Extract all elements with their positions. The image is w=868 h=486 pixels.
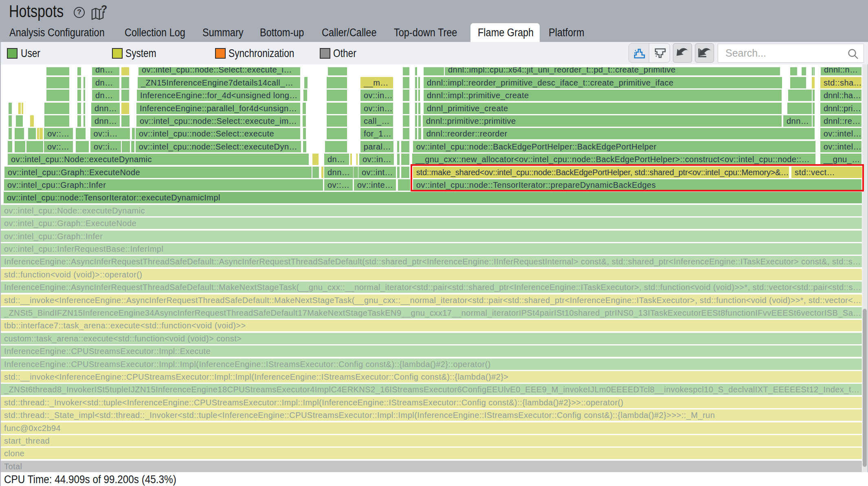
flame-bar[interactable]: dnnl::reorder::reorder (423, 128, 815, 139)
flame-bar[interactable]: ov::in… (359, 154, 394, 165)
tab-bottom-up[interactable]: Bottom-up (260, 24, 304, 42)
flame-bar[interactable] (122, 141, 130, 152)
flame-bar[interactable] (121, 115, 130, 127)
flame-bar[interactable]: dnnl::impl::cpu::x64::jit_uni_reorder_t:… (445, 67, 780, 76)
flame-bar[interactable] (325, 141, 347, 152)
flame-bar[interactable] (415, 115, 417, 127)
flame-bar[interactable]: std::__invoke<InferenceEngine::AsyncInfe… (1, 295, 862, 306)
flame-bar[interactable] (790, 67, 797, 76)
flame-bar[interactable] (312, 154, 319, 165)
flame-bar[interactable]: dn… (92, 90, 119, 101)
flame-bar[interactable]: InferenceEngine::AsyncInferRequestThread… (1, 281, 862, 293)
flame-bar[interactable]: InferenceEngine::for_4d<unsigned long… (137, 90, 300, 101)
flame-bar[interactable] (398, 179, 410, 191)
flame-bar[interactable] (403, 67, 409, 76)
flame-bar[interactable] (813, 115, 815, 127)
flame-bar[interactable] (303, 90, 307, 101)
flame-bar[interactable] (418, 90, 420, 101)
flame-bar[interactable] (418, 77, 420, 88)
flame-bar[interactable] (327, 128, 347, 139)
flame-bar[interactable]: ov::i… (90, 141, 121, 152)
flame-bar[interactable] (397, 167, 400, 178)
flame-bar[interactable]: dnnl::impl::primitive_create (424, 90, 782, 101)
flame-bar[interactable]: call_… (360, 115, 393, 127)
flame-bar[interactable] (397, 154, 400, 165)
help-icon[interactable]: ? (74, 7, 85, 18)
flame-bar[interactable]: ov::in… (360, 90, 393, 101)
flame-bar[interactable] (9, 128, 12, 139)
flame-bar[interactable] (787, 103, 812, 114)
zoom-out-button[interactable] (673, 43, 692, 63)
flame-bar[interactable]: std::thread::_State_impl<std::thread::_I… (1, 409, 862, 421)
flame-bar[interactable]: ov::… (44, 141, 73, 152)
tab-collection-log[interactable]: Collection Log (125, 24, 185, 42)
flame-bar[interactable]: dnn… (783, 115, 812, 127)
flame-bar[interactable]: InferenceEngine::CPUStreamsExecutor::Imp… (1, 358, 862, 370)
flame-bar[interactable]: std::__invoke<InferenceEngine::CPUStream… (1, 371, 862, 383)
flame-bar[interactable] (303, 141, 306, 152)
flame-bar[interactable] (813, 90, 815, 101)
tab-flame-graph[interactable]: Flame Graph (478, 24, 534, 42)
flame-bar[interactable] (403, 128, 410, 139)
reset-zoom-button[interactable] (695, 43, 714, 63)
flame-bar[interactable]: ov::intel_cpu::node::Select::execute_im… (136, 115, 300, 127)
flame-bar[interactable]: ov::int… (358, 167, 396, 178)
flame-bar[interactable] (84, 77, 85, 88)
flame-bar[interactable]: ov::intel_cpu::Graph::ExecuteNode (4, 167, 312, 178)
flame-bar[interactable] (788, 90, 812, 101)
flame-bar[interactable] (327, 77, 347, 88)
flame-bar[interactable] (303, 103, 306, 114)
flame-bar[interactable] (812, 67, 813, 76)
flame-bar[interactable]: _ZNSt6thread8_InvokerISt5tupleIJZN15Infe… (1, 384, 862, 395)
tab-summary[interactable]: Summary (202, 24, 243, 42)
flame-bar[interactable] (15, 128, 24, 139)
flame-bar[interactable] (9, 115, 12, 127)
flame-bar[interactable] (327, 103, 347, 114)
flame-bar[interactable] (132, 128, 135, 139)
flame-bar[interactable]: ov::… (44, 128, 73, 139)
flame-bar[interactable]: ov::intel_cpu::node::Select::execute (136, 128, 300, 139)
flame-bar[interactable] (418, 115, 421, 127)
flame-bar[interactable]: ov::intel… (820, 128, 862, 139)
flame-bar[interactable]: std::function<void (void)>::operator() (1, 269, 862, 280)
flame-bar[interactable]: ov::intel_cpu::node::BackEdgePortHelper:… (413, 141, 816, 152)
flame-bar[interactable]: __gnu_… (820, 154, 862, 165)
flame-bar[interactable]: dnn… (91, 115, 120, 127)
flame-bar[interactable]: std::sha… (820, 77, 862, 88)
icicle-graph-icon[interactable] (655, 48, 666, 59)
flame-bar[interactable] (790, 77, 806, 88)
flame-bar[interactable] (30, 115, 34, 127)
flame-bar[interactable] (77, 103, 81, 114)
flame-bar[interactable]: dn… (92, 77, 119, 88)
flame-bar[interactable] (122, 128, 130, 139)
tab-platform[interactable]: Platform (549, 24, 584, 42)
flame-bar[interactable]: ov::intel_cpu::node::Select::executeDyn… (136, 141, 301, 152)
flame-bar[interactable] (356, 154, 358, 165)
flame-bar[interactable]: ov::intel_cpu::Node::executeDynamic (1, 205, 862, 216)
tab-analysis-configuration[interactable]: Analysis Configuration (9, 24, 105, 42)
flame-bar[interactable]: paral… (360, 141, 393, 152)
flame-bar[interactable] (22, 103, 23, 114)
flame-bar[interactable]: __gnu_cxx::new_allocator<ov::intel_cpu::… (412, 154, 815, 165)
flame-bar[interactable]: Total (1, 461, 862, 472)
flame-bar[interactable] (401, 141, 409, 152)
flame-bar[interactable] (812, 77, 814, 88)
flame-bar[interactable]: for_1… (360, 128, 393, 139)
flame-bar[interactable] (9, 103, 12, 114)
flame-bar[interactable]: dnnl::re… (820, 115, 862, 127)
flame-bar[interactable] (44, 103, 69, 114)
flame-bar[interactable] (397, 141, 399, 152)
search-input[interactable] (725, 44, 848, 62)
flame-bar[interactable] (327, 90, 347, 101)
flame-bar[interactable]: InferenceEngine::parallel_for4d<unsign… (136, 103, 300, 114)
flame-bar[interactable]: InferenceEngine::AsyncInferRequestThread… (1, 256, 862, 267)
flame-bar[interactable] (312, 167, 319, 178)
flame-bar[interactable] (121, 77, 129, 88)
flame-bar[interactable] (84, 115, 85, 127)
flame-bar[interactable] (44, 115, 69, 127)
flame-bar[interactable]: ov::intel_cpu::Graph::Infer (1, 231, 862, 242)
flame-bar[interactable] (76, 128, 86, 139)
flame-bar[interactable]: ov::intel_cpu::InferRequestBase::InferIm… (1, 243, 862, 255)
flame-bar[interactable]: func@0xc2b94 (1, 422, 862, 434)
flame-bar[interactable]: ov::… (324, 179, 353, 191)
